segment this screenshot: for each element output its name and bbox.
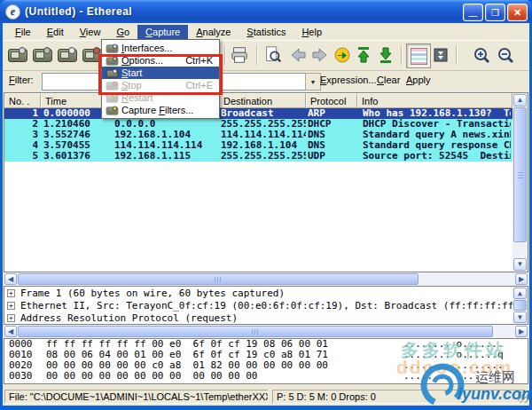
hex-dump-pane[interactable]: 0000ff ff ff ff ff ff 00 e0 6f 0f cf 19 …	[4, 338, 528, 384]
scroll-left-arrow-icon[interactable]: ◀	[4, 326, 17, 337]
filter-bar: Filter: ▼ Expression... Clear Apply	[3, 69, 529, 92]
detail-frame[interactable]: +Frame 1 (60 bytes on wire, 60 bytes cap…	[4, 288, 528, 299]
packet-row-5[interactable]: 53.601376192.168.1.115255.255.255.255UDP…	[4, 151, 512, 162]
find-toolbar-button[interactable]	[262, 43, 285, 67]
expression-button[interactable]: Expression...	[320, 75, 377, 85]
interfaces-toolbar-button[interactable]	[6, 43, 29, 67]
scroll-right-arrow-icon[interactable]: ▶	[515, 273, 528, 285]
hscroll-thumb[interactable]	[18, 273, 419, 285]
capture-start-toolbar-button[interactable]	[56, 43, 79, 67]
print-icon	[230, 45, 249, 65]
expand-icon[interactable]: +	[7, 302, 15, 310]
clear-button[interactable]: Clear	[377, 75, 400, 85]
capture-filters-icon	[106, 107, 119, 115]
close-button[interactable]: ✕	[507, 4, 528, 21]
zoom-in-icon	[472, 45, 491, 65]
window-title: (Untitled) - Ethereal	[25, 5, 132, 18]
resize-grip[interactable]	[518, 391, 529, 403]
title-bar[interactable]: e (Untitled) - Ethereal — ❐ ✕	[0, 0, 532, 23]
colorize-toolbar-button[interactable]	[406, 43, 431, 68]
capture-start-icon	[58, 49, 77, 62]
scroll-up-arrow-icon[interactable]: ▲	[513, 288, 527, 299]
print-toolbar-button[interactable]	[228, 43, 251, 67]
packet-row-2[interactable]: 21.2104600.0.0.0255.255.255.255DHCPDHCP …	[4, 119, 512, 130]
capture-options-icon	[33, 49, 52, 62]
packet-list-vscrollbar[interactable]: ▲ ▼	[512, 93, 528, 272]
go-to-bottom-toolbar-button[interactable]	[374, 43, 397, 67]
status-packet-counts: P: 5 D: 5 M: 0 Drops: 0	[272, 390, 526, 404]
client-area: File Edit View Go Capture Analyze Statis…	[3, 23, 529, 406]
scroll-left-arrow-icon[interactable]: ◀	[4, 273, 17, 285]
scroll-down-arrow-icon[interactable]: ▼	[513, 311, 527, 323]
menu-edit[interactable]: Edit	[39, 25, 72, 39]
go-forward-toolbar-button[interactable]	[309, 43, 332, 67]
column-header-no[interactable]: No. .	[4, 93, 41, 108]
minimize-button[interactable]: —	[463, 4, 483, 21]
find-icon	[263, 45, 283, 65]
zoom-out-icon	[496, 45, 515, 65]
ethereal-window: e (Untitled) - Ethereal — ❐ ✕ File Edit …	[0, 0, 532, 410]
zoom-out-toolbar-button[interactable]	[494, 43, 517, 67]
maximize-button[interactable]: ❐	[485, 4, 505, 21]
details-hscrollbar[interactable]: ◀ ▶	[4, 325, 528, 338]
colorize-icon	[411, 48, 427, 65]
restart-icon	[106, 95, 119, 103]
filter-dropdown-arrow[interactable]: ▼	[305, 73, 321, 91]
menu-help[interactable]: Help	[293, 25, 330, 39]
menu-bar: File Edit View Go Capture Analyze Statis…	[3, 23, 529, 40]
status-bar: File: "C:\DOCUME~1\ADMINI~1\LOCALS~1\Tem…	[3, 388, 529, 406]
packet-list-hscrollbar[interactable]: ◀ ▶	[4, 272, 528, 286]
menu-analyze[interactable]: Analyze	[188, 25, 239, 39]
capture-options-toolbar-button[interactable]	[31, 43, 54, 67]
interfaces-icon	[106, 45, 119, 53]
packet-list-header: No. . Time Source Destination Protocol I…	[4, 93, 512, 108]
menu-go[interactable]: Go	[108, 25, 137, 39]
menu-capture[interactable]: Capture	[137, 25, 188, 39]
go-to-packet-icon	[332, 45, 352, 65]
expand-icon[interactable]: +	[7, 289, 15, 297]
go-to-top-toolbar-button[interactable]	[352, 43, 375, 67]
capture-menu-interfaces[interactable]: Interfaces...	[102, 42, 219, 54]
packet-list-pane: No. . Time Source Destination Protocol I…	[4, 92, 528, 272]
go-to-top-icon	[354, 45, 373, 65]
go-back-toolbar-button[interactable]	[286, 43, 309, 67]
auto-scroll-toolbar-button[interactable]	[429, 43, 452, 67]
column-header-protocol[interactable]: Protocol	[306, 93, 357, 108]
go-to-bottom-icon	[376, 45, 395, 65]
filter-label[interactable]: Filter:	[9, 75, 34, 85]
vscroll-thumb[interactable]	[513, 300, 527, 311]
scroll-down-arrow-icon[interactable]: ▼	[513, 258, 527, 271]
go-to-packet-toolbar-button[interactable]	[331, 43, 354, 67]
back-icon	[288, 45, 308, 65]
scroll-up-arrow-icon[interactable]: ▲	[513, 94, 527, 106]
menu-statistics[interactable]: Statistics	[239, 25, 293, 39]
apply-button[interactable]: Apply	[406, 75, 431, 85]
auto-scroll-icon	[431, 45, 450, 65]
interfaces-icon	[8, 49, 27, 62]
packet-row-3[interactable]: 33.552746192.168.1.104114.114.114.114DNS…	[4, 130, 512, 140]
packet-details-pane: +Frame 1 (60 bytes on wire, 60 bytes cap…	[4, 286, 528, 325]
chevron-down-icon: ▼	[310, 79, 317, 85]
detail-arp[interactable]: +Address Resolution Protocol (request)	[4, 312, 528, 324]
menu-file[interactable]: File	[7, 25, 39, 39]
scroll-right-arrow-icon[interactable]: ▶	[515, 326, 528, 337]
menu-view[interactable]: View	[72, 25, 109, 39]
vscroll-thumb[interactable]	[513, 107, 527, 242]
status-file-path: File: "C:\DOCUME~1\ADMINI~1\LOCALS~1\Tem…	[4, 390, 269, 404]
capture-menu-capture-filters[interactable]: Capture Filters...	[102, 104, 219, 116]
forward-icon	[310, 45, 330, 65]
column-header-info[interactable]: Info	[357, 93, 512, 108]
details-vscrollbar[interactable]: ▲ ▼	[512, 287, 528, 324]
column-header-destination[interactable]: Destination	[219, 93, 306, 108]
packet-rows: 10.000000BroadcastARPWho has 192.168.1.1…	[4, 108, 512, 272]
zoom-in-toolbar-button[interactable]	[470, 43, 493, 67]
packet-row-4[interactable]: 43.570455114.114.114.114192.168.1.104DNS…	[4, 140, 512, 151]
hex-row: 003000 00 00 00 00 00 00 00 00 00 00 00.…	[4, 371, 528, 382]
toolbar	[3, 40, 529, 71]
packet-row-1[interactable]: 10.000000BroadcastARPWho has 192.168.1.1…	[4, 108, 512, 119]
expand-icon[interactable]: +	[7, 314, 15, 322]
ethereal-app-icon: e	[5, 4, 20, 20]
detail-ethernet[interactable]: +Ethernet II, Src: TerayonC_0f:cf:19 (00…	[4, 300, 528, 311]
annotation-highlight-rectangle	[98, 54, 223, 95]
hscroll-thumb[interactable]	[18, 326, 493, 337]
